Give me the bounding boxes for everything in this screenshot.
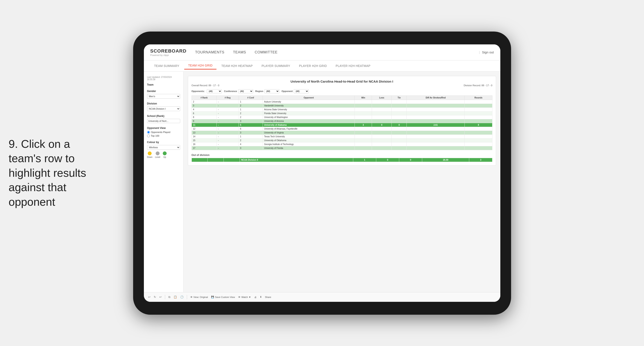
grid-title: University of North Carolina Head-to-Hea…: [192, 80, 492, 83]
clock-icon[interactable]: 🕐: [180, 295, 184, 299]
table-row[interactable]: 16-4Georgia Institute of Technology: [192, 142, 492, 146]
top-nav: SCOREBOARD Powered by clippi TOURNAMENTS…: [144, 44, 500, 60]
colour-dot-level: [156, 151, 160, 155]
table-row[interactable]: 9-3University of Arizona: [192, 119, 492, 123]
tab-player-summary[interactable]: PLAYER SUMMARY: [258, 62, 294, 69]
colour-legend: Down Level Up: [147, 151, 180, 158]
instruction-block: 9. Click on a team's row to highlight re…: [8, 137, 90, 209]
sidebar-school-value[interactable]: University of Nort...: [147, 119, 180, 123]
colour-down: Down: [147, 151, 153, 158]
print-icon: 🖨: [254, 296, 256, 298]
undo2-icon[interactable]: ↩: [159, 295, 162, 299]
region-filter: Region (All): [255, 89, 279, 93]
filter-row: Opponents: (All) Conference (All): [192, 89, 492, 93]
table-row[interactable]: 13-3University of Virginia: [192, 131, 492, 134]
sidebar-team-label: Team: [147, 83, 180, 86]
nav-item-committee[interactable]: COMMITTEE: [255, 49, 278, 55]
redo-icon[interactable]: ↻: [154, 295, 156, 299]
table-row[interactable]: 12-6University of Arkansas, Fayetteville: [192, 127, 492, 131]
col-rank: # Rank: [192, 95, 217, 100]
out-division-name: NCAA Division II: [240, 158, 353, 162]
opponents-filter-select[interactable]: (All): [207, 89, 222, 93]
instruction-number: 9.: [8, 138, 18, 150]
col-loss: Loss: [372, 95, 392, 100]
bottom-toolbar: ↩ ↻ ↩ ⧉ 📋 🕐 👁 View: Original 💾 Save Cust…: [144, 292, 500, 302]
main-content: Last Updated: 27/03/2024 16:55:38 Team G…: [144, 72, 500, 292]
sidebar-opponent-view: Opponent View Opponents Played Top 100: [147, 127, 180, 137]
sidebar-school-section: School (Rank) University of Nort...: [147, 115, 180, 123]
sidebar-team-section: Team: [147, 83, 180, 86]
watch-btn[interactable]: 👁 Watch ▼: [238, 296, 251, 298]
sidebar-division-select[interactable]: NCAA Division I: [147, 106, 180, 111]
sign-out-area: | Sign out: [479, 50, 494, 54]
table-row[interactable]: 2-1Auburn University: [192, 100, 492, 104]
logo-title: SCOREBOARD: [150, 48, 186, 54]
sidebar-school-label: School (Rank): [147, 115, 180, 118]
sidebar-gender-select[interactable]: Men's: [147, 94, 180, 99]
table-row[interactable]: 3-2Vanderbilt University: [192, 104, 492, 107]
nav-item-teams[interactable]: TEAMS: [233, 49, 246, 55]
table-row[interactable]: 4-1Arizona State University: [192, 107, 492, 111]
sidebar-gender-label: Gender: [147, 90, 180, 93]
conference-label: Conference: [224, 90, 237, 92]
division-record: Division Record: 88 - 17 - 0: [464, 84, 492, 87]
main-grid-area: University of North Carolina Head-to-Hea…: [184, 72, 500, 292]
col-win: Win: [355, 95, 372, 100]
share-btn[interactable]: Share: [265, 296, 271, 298]
h2h-table: # Rank # Reg # Conf Opponent Win Loss Ti…: [192, 95, 492, 150]
out-division-diff: 26.00: [422, 158, 469, 162]
out-division-loss: 0: [376, 158, 399, 162]
tab-team-h2h-grid[interactable]: TEAM H2H GRID: [184, 62, 216, 69]
region-select[interactable]: (All): [264, 89, 279, 93]
overall-record: Overall Record: 89 - 17 - 0: [192, 84, 220, 87]
col-diff: Diff Av Strokes/Rnd: [406, 95, 465, 100]
conference-select[interactable]: (All): [238, 89, 253, 93]
conference-filter: Conference (All): [224, 89, 253, 93]
table-row[interactable]: 11-5University of Alabama3002.618: [192, 123, 492, 127]
undo-icon[interactable]: ↩: [148, 295, 150, 299]
opponents-filter-label: Opponents:: [192, 90, 205, 92]
out-of-division-row[interactable]: NCAA Division II 1 0 0 26.00 3: [192, 158, 492, 162]
col-reg: # Reg: [217, 95, 239, 100]
out-of-division-label: Out of division: [192, 154, 492, 157]
table-row[interactable]: 17-3University of Florida: [192, 146, 492, 150]
nav-item-tournaments[interactable]: TOURNAMENTS: [195, 49, 224, 55]
sidebar-timestamp: Last Updated: 27/03/2024 16:55:38: [147, 76, 180, 81]
print-btn[interactable]: 🖨: [254, 296, 256, 298]
instruction-body: Click on a team's row to highlight resul…: [8, 138, 86, 208]
out-division-win: 1: [353, 158, 376, 162]
view-icon: 👁: [190, 296, 192, 298]
sidebar-colour-select[interactable]: Win/loss: [147, 145, 180, 150]
view-original-btn[interactable]: 👁 View: Original: [190, 296, 208, 298]
sidebar-division-label: Division: [147, 102, 180, 105]
table-row[interactable]: 14-1Texas Tech University: [192, 134, 492, 138]
sidebar-colour-section: Colour by Win/loss Down Level: [147, 141, 180, 158]
opponent-select[interactable]: (All): [294, 89, 309, 93]
sidebar-colour-label: Colour by: [147, 141, 180, 144]
tab-team-h2h-heatmap[interactable]: TEAM H2H HEATMAP: [218, 62, 256, 69]
table-row[interactable]: 6-2Florida State University: [192, 111, 492, 115]
col-tie: Tie: [392, 95, 407, 100]
tablet-screen: SCOREBOARD Powered by clippi TOURNAMENTS…: [144, 44, 500, 302]
download-btn[interactable]: ⬇: [260, 296, 262, 298]
sign-out-button[interactable]: Sign out: [482, 50, 494, 54]
opponent-label: Opponent: [282, 90, 293, 92]
radio-opponents-played[interactable]: Opponents Played: [147, 131, 180, 134]
grid-container: University of North Carolina Head-to-Hea…: [188, 76, 496, 166]
copy-icon[interactable]: ⧉: [168, 295, 170, 299]
tab-team-summary[interactable]: TEAM SUMMARY: [150, 62, 184, 69]
table-row[interactable]: 8-2University of Washington: [192, 115, 492, 119]
watch-icon: 👁: [238, 296, 240, 298]
out-division-tie: 0: [399, 158, 422, 162]
out-of-division-table: NCAA Division II 1 0 0 26.00 3: [192, 158, 492, 162]
page-wrapper: 9. Click on a team's row to highlight re…: [0, 0, 644, 346]
opponent-filter: Opponent (All): [282, 89, 309, 93]
records-row: Overall Record: 89 - 17 - 0 Division Rec…: [192, 84, 492, 87]
save-custom-view-btn[interactable]: 💾 Save Custom View: [211, 296, 235, 298]
radio-top100[interactable]: Top 100: [147, 134, 180, 137]
tab-player-h2h-heatmap[interactable]: PLAYER H2H HEATMAP: [332, 62, 374, 69]
paste-icon[interactable]: 📋: [174, 295, 177, 299]
tab-player-h2h-grid[interactable]: PLAYER H2H GRID: [295, 62, 331, 69]
radio-group: Opponents Played Top 100: [147, 131, 180, 137]
table-row[interactable]: 15-2University of Oklahoma: [192, 138, 492, 142]
